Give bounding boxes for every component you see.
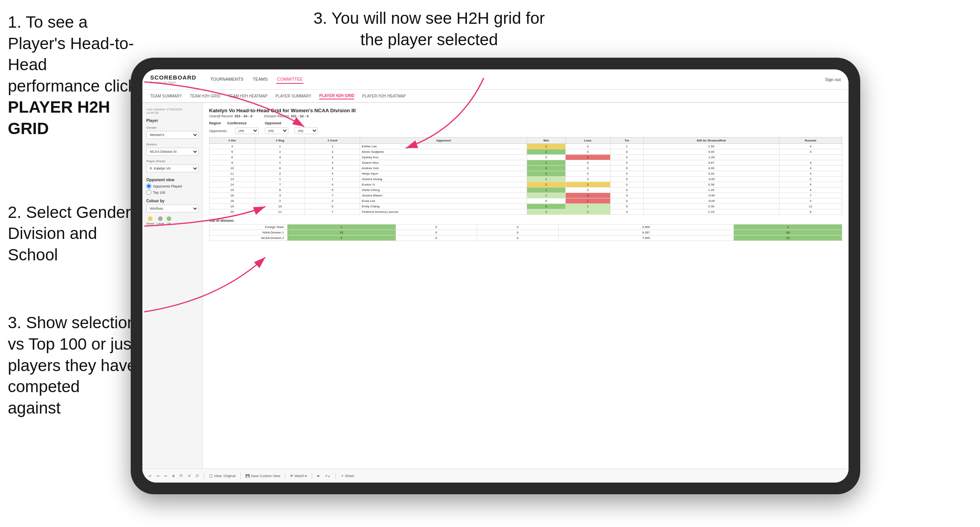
instruction-step2: 2. Select Gender, Division and School xyxy=(8,202,137,266)
subnav-team-h2h-grid[interactable]: TEAM H2H GRID xyxy=(190,93,220,99)
overall-record: Overall Record: 353 - 34 - 6 xyxy=(209,114,252,118)
table-row: 1311Jessica Huang100-3.002 xyxy=(209,177,842,182)
h2h-table: # Div # Reg # Conf Opponent Win Loss Tie… xyxy=(209,137,842,215)
col-conf: # Conf xyxy=(305,138,360,144)
step2-text: 2. Select Gender, Division and School xyxy=(8,202,137,266)
table-row: 1585Stella Cheng1001.254 xyxy=(209,187,842,193)
colour-up: Up xyxy=(167,216,171,225)
opponent-filter-group: Opponent xyxy=(265,121,304,126)
out-table-row: NCAA Division 25007.40010 xyxy=(209,235,842,241)
table-row: 1063Andrea York2004.004 xyxy=(209,166,842,171)
colour-section: Colour by Win/loss Down Level xyxy=(146,199,199,225)
out-of-division-label: Out of division xyxy=(209,219,842,223)
opponent-view-label: Opponent view xyxy=(146,178,199,182)
logo-text: SCOREBOARD xyxy=(150,74,196,81)
filters-row: Region Conference Opponent xyxy=(209,121,842,126)
col-rounds: Rounds xyxy=(779,138,842,144)
toolbar-arrows[interactable]: ↗↙ xyxy=(325,474,331,478)
table-row: 522Alexis Sudjianto1004.003 xyxy=(209,149,842,155)
opponent-view-section: Opponent view Opponents Played Top 100 xyxy=(146,178,199,195)
opponents-label: Opponents: xyxy=(209,129,227,133)
tablet-screen: SCOREBOARD Powered by clippd TOURNAMENTS… xyxy=(142,69,849,483)
division-record: Division Record: 331 - 34 - 6 xyxy=(264,114,309,118)
filters-dropdowns: Opponents: (All) (All) (All) xyxy=(209,127,842,134)
left-panel: Last Updated: 27/03/2024 16:55:38 Player… xyxy=(142,103,203,483)
col-div: # Div xyxy=(209,138,255,144)
nav-tournaments[interactable]: TOURNAMENTS xyxy=(209,75,244,84)
table-row: 633Sydney Kuo010-1.00 xyxy=(209,155,842,160)
toolbar-redo1[interactable]: ↪ xyxy=(156,474,160,478)
radio-opponents-played[interactable]: Opponents Played xyxy=(146,184,199,189)
toolbar-watch[interactable]: 👁 Watch ▾ xyxy=(290,474,307,478)
out-table-row: NAIA Division 115009.26730 xyxy=(209,230,842,235)
instructions-panel: 1. To see a Player's Head-to-Head perfor… xyxy=(0,0,144,442)
table-row: 311Esther Lee1011.504 xyxy=(209,144,842,149)
toolbar-expand[interactable]: ⇱ xyxy=(180,474,183,478)
colour-by-label: Colour by xyxy=(146,199,199,203)
col-diff: Diff Av Strokes/Rnd xyxy=(643,138,779,144)
nav-committee[interactable]: COMMITTEE xyxy=(276,75,304,84)
right-content: Katelyn Vo Head-to-Head Grid for Women's… xyxy=(203,103,849,483)
toolbar-divider2 xyxy=(240,473,241,479)
toolbar-divider3 xyxy=(285,473,285,479)
colour-dot-up xyxy=(167,216,171,221)
player-rank-label: Player (Rank) xyxy=(146,159,199,163)
logo-sub: Powered by clippd xyxy=(150,81,196,84)
timestamp: Last Updated: 27/03/2024 16:55:38 xyxy=(146,108,199,115)
toolbar-view-original[interactable]: 📋 View: Original xyxy=(209,474,236,478)
toolbar-back[interactable]: ↩ xyxy=(164,474,167,478)
table-row: 20117Federica Domecq Lacroze2101.336 xyxy=(209,209,842,215)
toolbar-save-view[interactable]: 💾 Save Custom View xyxy=(245,474,280,478)
main-nav: TOURNAMENTS TEAMS COMMITTEE xyxy=(209,75,815,84)
record-row: Overall Record: 353 - 34 - 6 Division Re… xyxy=(209,114,842,118)
subnav-team-summary[interactable]: TEAM SUMMARY xyxy=(150,93,182,99)
col-reg: # Reg xyxy=(255,138,305,144)
toolbar-add[interactable]: ⊕ xyxy=(172,474,175,478)
table-row: 19106Emily Chang4100.3011 xyxy=(209,204,842,209)
toolbar-share[interactable]: ↗ Share xyxy=(341,474,354,478)
conference-filter-group: Conference xyxy=(227,121,259,126)
subnav-player-summary[interactable]: PLAYER SUMMARY xyxy=(275,93,311,99)
toolbar-divider1 xyxy=(204,473,204,479)
toolbar-resize[interactable]: ⬌ xyxy=(317,474,320,478)
toolbar-timer[interactable]: ⏱ xyxy=(195,474,199,478)
subnav-team-h2h-heatmap[interactable]: TEAM H2H HEATMAP xyxy=(228,93,268,99)
subnav-player-h2h-grid[interactable]: PLAYER H2H GRID xyxy=(319,93,354,99)
nav-teams[interactable]: TEAMS xyxy=(252,75,268,84)
step1-text: 1. To see a Player's Head-to-Head perfor… xyxy=(8,12,137,140)
col-tie: Tie xyxy=(610,138,643,144)
filters-section: Region Conference Opponent Opponents: (A… xyxy=(209,121,842,134)
opponent-select[interactable]: (All) xyxy=(295,127,318,134)
division-label: Division xyxy=(146,143,199,146)
instruction-step1: 1. To see a Player's Head-to-Head perfor… xyxy=(8,12,137,140)
colour-dot-down xyxy=(148,216,153,221)
gender-dropdown[interactable]: Women's xyxy=(146,131,199,139)
grid-title: Katelyn Vo Head-to-Head Grid for Women's… xyxy=(209,108,842,113)
subnav-player-h2h-heatmap[interactable]: PLAYER H2H HEATMAP xyxy=(362,93,406,99)
bottom-toolbar: ↩ ↪ ↩ ⊕ ⇱ ↺ ⏱ 📋 View: Original 💾 Save Cu… xyxy=(142,469,849,483)
step3-right-text: 3. You will now see H2H grid for the pla… xyxy=(314,9,545,49)
out-of-division-table: Foreign Team1004.5002NAIA Division 11500… xyxy=(209,224,842,241)
table-row: 1125Heejo Hyun1003.333 xyxy=(209,171,842,177)
player-rank-dropdown[interactable]: 8. Katelyn Vo xyxy=(146,164,199,172)
instruction-step3-left: 3. Show selection vs Top 100 or just pla… xyxy=(8,312,137,419)
top-right-instruction: 3. You will now see H2H grid for the pla… xyxy=(312,8,546,50)
conference-select[interactable]: (All) xyxy=(265,127,288,134)
table-row: 1822Euna Lee010-5.002 xyxy=(209,198,842,204)
col-win: Win xyxy=(527,138,565,144)
radio-top100[interactable]: Top 100 xyxy=(146,190,199,195)
out-table-body: Foreign Team1004.5002NAIA Division 11500… xyxy=(209,225,842,241)
table-row: 1474Eunice Yi2200.389 xyxy=(209,182,842,187)
app-header: SCOREBOARD Powered by clippd TOURNAMENTS… xyxy=(142,69,849,90)
table-body: 311Esther Lee1011.504522Alexis Sudjianto… xyxy=(209,144,842,215)
division-dropdown[interactable]: NCAA Division III xyxy=(146,148,199,156)
region-select[interactable]: (All) xyxy=(235,127,259,134)
colour-dropdown[interactable]: Win/loss xyxy=(146,205,199,212)
sign-out-button[interactable]: Sign out xyxy=(825,77,841,82)
colour-legend: Down Level Up xyxy=(146,216,199,225)
toolbar-undo[interactable]: ↩ xyxy=(149,474,152,478)
table-row: 1637Jessica Mason120-0.947 xyxy=(209,193,842,198)
table-header-row: # Div # Reg # Conf Opponent Win Loss Tie… xyxy=(209,138,842,144)
toolbar-divider4 xyxy=(312,473,312,479)
toolbar-refresh[interactable]: ↺ xyxy=(188,474,191,478)
